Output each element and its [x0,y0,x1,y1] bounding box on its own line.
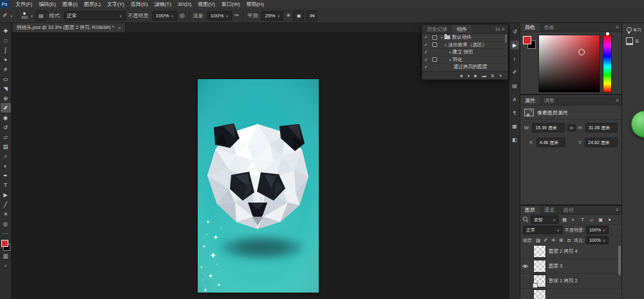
expand-icon[interactable]: ∨ [440,35,443,39]
libraries-panel-button[interactable]: 库 [622,33,644,45]
stop-icon[interactable]: ■ [460,73,463,78]
tab-history[interactable]: 历史记录 [422,25,452,33]
tab-swatches[interactable]: 色板 [540,23,559,32]
check-icon[interactable]: ✓ [422,42,430,49]
layer-row[interactable]: 图层 2 拷贝 4 [520,244,621,259]
hue-slider-marker[interactable] [606,32,609,35]
color-swatches[interactable] [1,240,11,251]
lock-all-icon[interactable]: ◘ [566,237,572,243]
info-panel-icon[interactable]: i [510,54,519,63]
tool-healing[interactable]: ⊕ [1,93,11,103]
tool-type[interactable]: T [1,180,11,190]
smoothing-select[interactable]: 25% ∨ [261,11,283,21]
tool-path-select[interactable]: ▶ [1,190,11,199]
panel-menu-icon[interactable]: ≡ [502,26,505,32]
panel-menu-icon[interactable]: ≡ [616,98,619,104]
action-row-default-set[interactable]: ✓ ∨ 默认动作 [422,34,507,42]
lock-artboard-icon[interactable]: ⊞ [558,237,564,243]
close-icon[interactable]: × [118,25,121,31]
layer-opacity-select[interactable]: 100% ∨ [586,226,609,234]
check-icon[interactable]: ✓ [422,64,430,71]
tool-blur[interactable]: ○ [1,151,11,161]
filter-switch-icon[interactable]: ● [606,217,613,222]
panel-menu-icon[interactable]: ≡ [616,24,619,30]
visibility-toggle[interactable] [520,244,531,258]
tool-eyedropper[interactable]: ◥ [1,84,11,93]
lock-position-icon[interactable]: ✛ [551,237,556,243]
y-field[interactable]: 24.62 厘米 [585,138,618,147]
tool-brush[interactable]: ✐ [1,103,11,113]
screen-mode-icon[interactable]: ▫ [1,260,11,270]
document-canvas[interactable] [198,79,319,293]
play-icon[interactable]: ▶ [475,73,478,78]
smoothing-gear-icon[interactable]: ✳ [286,12,291,19]
new-set-icon[interactable]: ▬ [482,73,487,78]
filter-shape-icon[interactable]: ▱ [588,217,595,222]
action-row-feather[interactable]: ✓ ▸ 羽化 [422,57,507,64]
layer-row[interactable]: 图层 3 [520,259,621,274]
layer-thumbnail[interactable] [533,289,546,299]
tool-hand[interactable]: ✳ [1,209,11,219]
tab-channels[interactable]: 通道 [540,206,559,214]
visibility-toggle[interactable] [520,259,531,273]
expand-icon[interactable]: ▸ [450,58,451,62]
actions-panel-icon[interactable]: ▶ [510,41,519,50]
brush-settings-toggle-icon[interactable]: ▤ [35,10,46,21]
edit-toolbar-icon[interactable]: ⋯ [1,228,11,238]
action-row-make-snapshot[interactable]: ✓ ▸ 建立 快照 [422,49,507,57]
tool-history-brush[interactable]: ↺ [1,122,11,132]
menu-item-file[interactable]: 文件(F) [12,1,35,8]
menu-item-view[interactable]: 视图(V) [194,1,218,8]
character-panel-icon[interactable]: A [510,95,519,104]
menu-item-edit[interactable]: 编辑(E) [35,1,59,8]
layer-thumbnail[interactable] [533,275,546,287]
menu-item-layer[interactable]: 图层(L) [80,1,104,8]
pressure-size-icon[interactable]: ◉ [293,10,304,21]
record-icon[interactable]: ● [468,73,470,78]
tool-eraser[interactable]: ▱ [1,132,11,141]
layer-row[interactable]: 形状 1 拷贝 2 [520,274,621,289]
history-panel-icon[interactable]: ↺ [510,27,519,36]
scrollbar[interactable] [618,246,621,275]
layer-name[interactable]: 图层 3 [549,263,562,269]
action-row-vignette[interactable]: ✓ ∨ 淡出效果（选区） [422,42,507,50]
dialog-toggle[interactable] [430,49,439,56]
filter-pixel-icon[interactable]: ▦ [561,217,568,222]
layer-name[interactable]: 形状 1 拷贝 2 [549,278,578,284]
color-picker-marker[interactable] [578,49,585,55]
tab-color[interactable]: 颜色 [520,23,540,32]
tool-quick-select[interactable]: ✦ [1,55,11,64]
brush-preset-picker[interactable]: 300 [21,12,28,19]
expand-icon[interactable]: ∨ [444,43,447,47]
lock-transparency-icon[interactable]: ▨ [535,237,541,243]
tool-gradient[interactable]: ▤ [1,141,11,151]
brush-tool-dropdown-icon[interactable]: ∨ [10,14,13,18]
tool-frame[interactable]: ▭ [1,74,11,84]
visibility-toggle[interactable] [520,289,531,299]
color-panel-swatches[interactable] [523,36,537,50]
tab-actions[interactable]: 动作 [452,25,471,33]
link-dimensions-icon[interactable]: ∞ [567,124,576,132]
tab-properties[interactable]: 属性 [520,96,540,105]
visibility-toggle[interactable] [520,274,531,288]
filter-smart-object-icon[interactable]: ▣ [597,217,604,222]
layer-name[interactable]: 图层 2 拷贝 4 [549,248,578,255]
menu-item-filter[interactable]: 滤镜(T) [151,1,175,8]
tool-shape[interactable]: ╱ [1,199,11,209]
tool-move[interactable]: ✚ [1,26,11,35]
tool-dodge[interactable]: ◐ [1,161,11,170]
clone-source-panel-icon[interactable]: ▤ [510,81,519,90]
document-tab[interactable]: 熊猫头.psd @ 33.3% (图层 2 拷贝, RGB/8#) * × [13,23,126,32]
scrollbar[interactable] [505,34,507,43]
opacity-select[interactable]: 100% ∨ [153,11,177,21]
flow-select[interactable]: 100% ∨ [207,11,232,21]
foreground-color-swatch[interactable] [1,240,8,247]
menu-item-select[interactable]: 选择(S) [128,1,151,8]
tab-layers[interactable]: 图层 [520,206,540,214]
panel-menu-icon[interactable]: ≡ [616,207,619,213]
tab-adjustments[interactable]: 调整 [540,96,559,105]
height-field[interactable]: 31.08 厘米 [585,123,618,132]
tool-zoom[interactable]: ◎ [1,219,11,228]
airbrush-icon[interactable]: ✑ [234,12,240,19]
menu-item-3d[interactable]: 3D(D) [175,1,194,7]
